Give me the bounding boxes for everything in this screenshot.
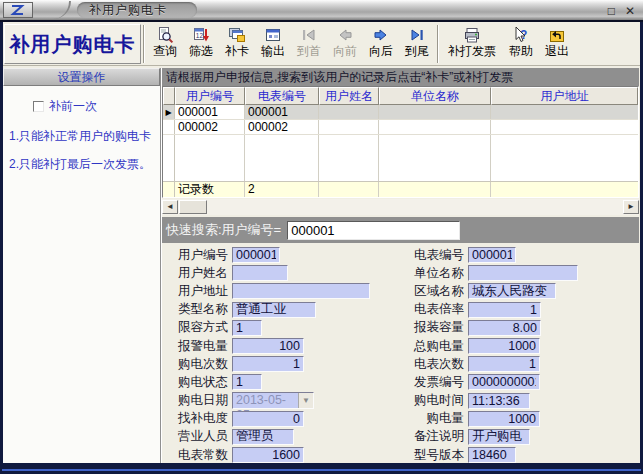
field-label: 购电时间 (402, 392, 464, 409)
field-label: 报装容量 (402, 319, 464, 336)
help-icon: ? (512, 26, 530, 44)
close-icon[interactable]: ✕ (625, 5, 635, 17)
type-name-field[interactable] (232, 302, 316, 318)
app-client-area: 补用户购电卡 查询 12 筛选 补卡 (3, 22, 640, 463)
meter-ratio-field[interactable] (468, 302, 541, 318)
sidebar-title: 设置操作 (3, 68, 160, 86)
reissue-previous-checkbox[interactable]: 补前一次 (33, 98, 160, 115)
app-logo-icon (3, 2, 33, 18)
field-label: 备注说明 (402, 428, 464, 445)
detail-form: 用户编号 用户姓名 用户地址 类型名称 限容方式 报警电量 购电次数 购电状态 … (162, 243, 639, 463)
purchase-date-combobox[interactable]: 2013-05-25 ▼ (232, 392, 314, 409)
scroll-left-icon[interactable]: ◄ (162, 200, 178, 214)
table-row[interactable]: ▶ 000001 000001 (163, 105, 638, 120)
page-title: 补用户购电卡 (10, 31, 136, 58)
scrollbar-track[interactable] (178, 200, 623, 214)
table-header-row: 用户编号 电表编号 用户姓名 单位名称 用户地址 (163, 87, 638, 105)
record-count-row: 记录数 2 (163, 181, 638, 197)
meter-count-field[interactable] (468, 356, 540, 372)
instruction-bar: 请根据用户申报信息,搜索到该用户的记录后点击“补卡”或补打发票 (162, 68, 639, 86)
quick-search-input[interactable] (287, 221, 460, 240)
go-previous-button: 向前 (327, 23, 363, 65)
go-last-icon (408, 26, 426, 44)
export-button[interactable]: 输出 (255, 23, 291, 65)
go-first-button: 到首 (291, 23, 327, 65)
reissue-card-button[interactable]: 补卡 (219, 23, 255, 65)
filter-icon: 12 (192, 26, 210, 44)
column-header[interactable]: 单位名称 (379, 87, 491, 105)
field-label: 购电日期 (170, 392, 228, 409)
help-button[interactable]: ? 帮助 (503, 23, 539, 65)
scroll-right-icon[interactable]: ► (623, 200, 639, 214)
column-header[interactable]: 用户地址 (491, 87, 638, 105)
field-label: 类型名称 (170, 301, 228, 318)
meter-id-field[interactable] (468, 247, 516, 263)
total-purchased-power-field[interactable] (468, 338, 540, 354)
compensation-power-field[interactable] (232, 411, 304, 427)
invoice-number-field[interactable] (468, 374, 540, 390)
go-first-icon (300, 26, 318, 44)
column-header[interactable]: 电表编号 (245, 87, 319, 105)
area-name-field[interactable] (468, 283, 556, 299)
table-empty-area (163, 135, 638, 181)
field-label: 购电次数 (170, 356, 228, 373)
field-label: 电表倍率 (402, 301, 464, 318)
column-header[interactable]: 用户编号 (175, 87, 245, 105)
exit-button[interactable]: 退出 (539, 23, 575, 65)
page-title-panel: 补用户购电卡 (4, 24, 141, 64)
checkbox-label: 补前一次 (49, 98, 97, 115)
user-records-table: 用户编号 电表编号 用户姓名 单位名称 用户地址 ▶ 000001 000001 (162, 86, 639, 198)
purchase-count-field[interactable] (232, 356, 304, 372)
field-label: 用户地址 (170, 283, 228, 300)
alarm-power-field[interactable] (232, 338, 304, 354)
field-label: 电表编号 (402, 247, 464, 264)
column-header[interactable]: 用户姓名 (319, 87, 379, 105)
field-label: 营业人员 (170, 428, 228, 445)
user-name-field[interactable] (232, 265, 288, 281)
checkbox-icon[interactable] (33, 101, 44, 112)
operator-field[interactable] (232, 429, 294, 445)
user-id-field[interactable] (232, 247, 280, 263)
meter-constant-field[interactable] (232, 447, 304, 463)
field-label: 用户姓名 (170, 265, 228, 282)
quick-search-label: 快速搜索:用户编号= (166, 221, 281, 239)
window-title: 补用户购电卡 (89, 2, 167, 19)
row-indicator-header (163, 87, 175, 105)
chevron-down-icon[interactable]: ▼ (298, 393, 313, 408)
sidebar-note: 1.只能补正常用户的购电卡 (9, 129, 156, 143)
field-label: 总购电量 (402, 338, 464, 355)
unit-name-field[interactable] (468, 265, 578, 281)
field-label: 型号版本 (402, 447, 464, 463)
reprint-invoice-icon (463, 26, 481, 44)
record-count-value: 2 (245, 182, 319, 197)
remark-field[interactable] (468, 429, 530, 445)
titlebar-ornament (37, 1, 71, 19)
installed-capacity-field[interactable] (468, 320, 541, 336)
field-label: 电表次数 (402, 356, 464, 373)
model-version-field[interactable] (468, 447, 516, 463)
field-label: 用户编号 (170, 247, 228, 264)
quick-search-bar: 快速搜索:用户编号= (162, 217, 639, 243)
query-button[interactable]: 查询 (147, 23, 183, 65)
current-row-indicator-icon: ▶ (163, 105, 175, 119)
window-title-area: 补用户购电卡 (77, 2, 197, 18)
field-label: 电表常数 (170, 447, 228, 463)
capacity-limit-mode-field[interactable] (232, 320, 262, 336)
app-window: 补用户购电卡 □ ✕ 补用户购电卡 查询 12 筛选 (0, 0, 643, 474)
filter-button[interactable]: 12 筛选 (183, 23, 219, 65)
user-address-field[interactable] (232, 283, 370, 299)
purchase-time-field[interactable] (468, 393, 530, 409)
field-label: 购电量 (402, 410, 464, 427)
toolbar: 补用户购电卡 查询 12 筛选 补卡 (3, 23, 640, 66)
go-next-button[interactable]: 向后 (363, 23, 399, 65)
table-row[interactable]: 000002 000002 (163, 120, 638, 135)
maximize-icon[interactable]: □ (608, 5, 615, 17)
toolbar-separator (143, 25, 145, 63)
purchase-status-field[interactable] (232, 374, 262, 390)
field-label: 限容方式 (170, 319, 228, 336)
reprint-invoice-button[interactable]: 补打发票 (441, 23, 503, 65)
scrollbar-thumb[interactable] (179, 200, 207, 214)
go-last-button[interactable]: 到尾 (399, 23, 435, 65)
purchase-amount-field[interactable] (468, 411, 540, 427)
horizontal-scrollbar[interactable]: ◄ ► (162, 199, 639, 215)
